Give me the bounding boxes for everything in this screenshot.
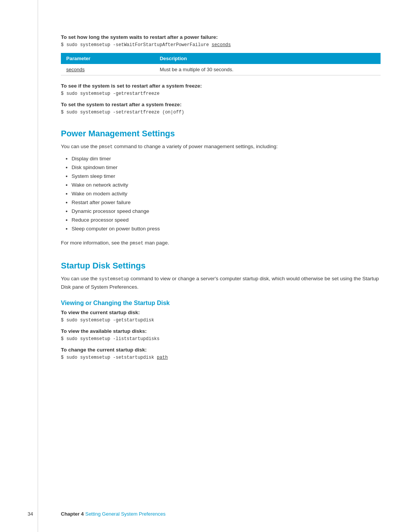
power-management-intro: You can use the pmset command to change … (61, 142, 381, 151)
list-item: Wake on modem activity (72, 190, 381, 198)
change-command: $ sudo systemsetup -setstartupdisk path (61, 355, 381, 360)
set-restart-freeze-command: $ sudo systemsetup -setrestartfreeze (on… (61, 110, 381, 115)
view-available-heading: To view the available startup disks: (61, 328, 381, 334)
table-row: seconds Must be a multiple of 30 seconds… (61, 64, 381, 75)
list-item: System sleep timer (72, 172, 381, 181)
power-failure-heading: To set how long the system waits to rest… (61, 34, 381, 40)
get-restart-freeze-heading: To see if the system is set to restart a… (61, 83, 381, 89)
systemsetup-code: systemsetup (99, 276, 129, 282)
list-item: Display dim timer (72, 155, 381, 163)
page-number: 34 (28, 511, 33, 517)
path-param: path (157, 355, 168, 360)
parameter-table: Parameter Description seconds Must be a … (61, 53, 381, 75)
view-available-command: $ sudo systemsetup -liststartupdisks (61, 336, 381, 342)
seconds-link: seconds (66, 67, 84, 72)
list-item: Sleep computer on power button press (72, 225, 381, 233)
list-item: Disk spindown timer (72, 163, 381, 172)
power-management-title: Power Management Settings (61, 129, 381, 139)
table-header-parameter: Parameter (61, 53, 155, 64)
change-heading: To change the current startup disk: (61, 347, 381, 353)
view-current-heading: To view the current startup disk: (61, 310, 381, 315)
footer-rest: man page. (143, 240, 169, 246)
table-cell-description: Must be a multiple of 30 seconds. (155, 64, 381, 75)
list-item: Wake on network activity (72, 181, 381, 190)
power-management-footer: For more information, see the pmset man … (61, 239, 381, 247)
viewing-changing-title: Viewing or Changing the Startup Disk (61, 300, 381, 307)
footer-chapter: Chapter 4 (61, 511, 84, 517)
table-header-description: Description (155, 53, 381, 64)
table-cell-parameter: seconds (61, 64, 155, 75)
list-item: Dynamic processor speed change (72, 207, 381, 216)
startup-intro-text: You can use the (61, 276, 99, 281)
seconds-param-inline: seconds (212, 42, 231, 48)
set-restart-freeze-heading: To set the system to restart after a sys… (61, 102, 381, 107)
power-management-intro-text: You can use the (61, 144, 99, 149)
power-failure-command: $ sudo systemsetup -setWaitForStartupAft… (61, 42, 381, 48)
page-footer: Chapter 4 Setting General System Prefere… (38, 511, 411, 517)
footer-section: Setting General System Preferences (85, 511, 166, 517)
get-restart-freeze-command: $ sudo systemsetup -getrestartfreeze (61, 91, 381, 96)
footer-text: For more information, see the (61, 240, 130, 246)
power-management-list: Display dim timer Disk spindown timer Sy… (72, 155, 381, 233)
pmset-code-intro: pmset (99, 144, 113, 150)
view-current-command: $ sudo systemsetup -getstartupdisk (61, 318, 381, 323)
list-item: Reduce processor speed (72, 216, 381, 225)
list-item: Restart after power failure (72, 198, 381, 207)
startup-disk-intro: You can use the systemsetup command to v… (61, 275, 381, 291)
power-management-intro-rest: command to change a variety of power man… (113, 144, 278, 149)
startup-disk-title: Startup Disk Settings (61, 261, 381, 271)
pmset-code-footer: pmset (130, 241, 143, 246)
